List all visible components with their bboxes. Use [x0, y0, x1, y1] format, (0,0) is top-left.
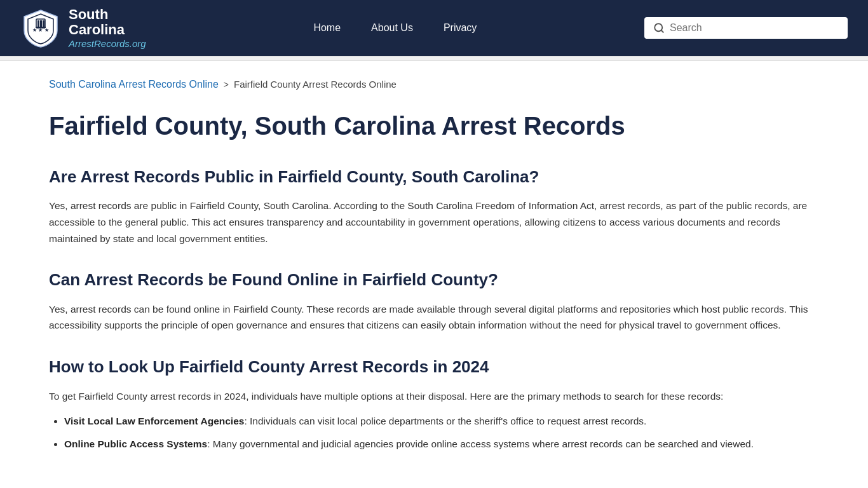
svg-rect-4: [43, 20, 44, 27]
section-2: Can Arrest Records be Found Online in Fa…: [49, 269, 819, 334]
section-3: How to Look Up Fairfield County Arrest R…: [49, 356, 819, 452]
list-item: Visit Local Law Enforcement Agencies: In…: [64, 413, 819, 430]
section-3-heading: How to Look Up Fairfield County Arrest R…: [49, 356, 819, 378]
nav-home[interactable]: Home: [313, 20, 341, 36]
section-3-body: To get Fairfield County arrest records i…: [49, 388, 819, 405]
page-title: Fairfield County, South Carolina Arrest …: [49, 111, 819, 141]
list-item-text: : Individuals can visit local police dep…: [244, 416, 646, 426]
site-logo-link[interactable]: ★ ★ ★ SouthCarolina ArrestRecords.org: [20, 7, 146, 49]
nav-about[interactable]: About Us: [371, 20, 413, 36]
main-nav: Home About Us Privacy: [313, 20, 477, 36]
list-item: Online Public Access Systems: Many gover…: [64, 436, 819, 452]
section-1-body: Yes, arrest records are public in Fairfi…: [49, 198, 819, 247]
svg-rect-2: [37, 20, 39, 27]
section-2-heading: Can Arrest Records be Found Online in Fa…: [49, 269, 819, 291]
site-title: SouthCarolina ArrestRecords.org: [69, 7, 146, 49]
section-1-heading: Are Arrest Records Public in Fairfield C…: [49, 166, 819, 188]
header-divider: [0, 56, 868, 61]
svg-line-7: [661, 30, 663, 32]
breadcrumb-separator: >: [224, 78, 229, 92]
svg-rect-3: [40, 20, 42, 27]
svg-rect-5: [36, 27, 46, 28]
site-name-sub: ArrestRecords.org: [69, 38, 146, 49]
breadcrumb-current: Fairfield County Arrest Records Online: [234, 77, 397, 92]
list-item-text: : Many governmental and judicial agencie…: [207, 438, 754, 449]
site-header: ★ ★ ★ SouthCarolina ArrestRecords.org Ho…: [0, 0, 868, 56]
breadcrumb-link[interactable]: South Carolina Arrest Records Online: [49, 76, 219, 93]
list-item-bold: Visit Local Law Enforcement Agencies: [64, 416, 244, 426]
section-3-list: Visit Local Law Enforcement Agencies: In…: [49, 413, 819, 452]
main-content: South Carolina Arrest Records Online > F…: [21, 61, 847, 488]
list-item-bold: Online Public Access Systems: [64, 438, 207, 449]
search-icon: [653, 22, 665, 34]
nav-privacy[interactable]: Privacy: [444, 20, 477, 36]
site-logo-icon: ★ ★ ★: [20, 8, 61, 48]
section-1: Are Arrest Records Public in Fairfield C…: [49, 166, 819, 247]
section-2-body: Yes, arrest records can be found online …: [49, 301, 819, 334]
search-input[interactable]: [670, 22, 839, 34]
search-box[interactable]: [644, 17, 848, 39]
breadcrumb: South Carolina Arrest Records Online > F…: [49, 76, 819, 93]
site-name-main: SouthCarolina: [69, 7, 146, 37]
